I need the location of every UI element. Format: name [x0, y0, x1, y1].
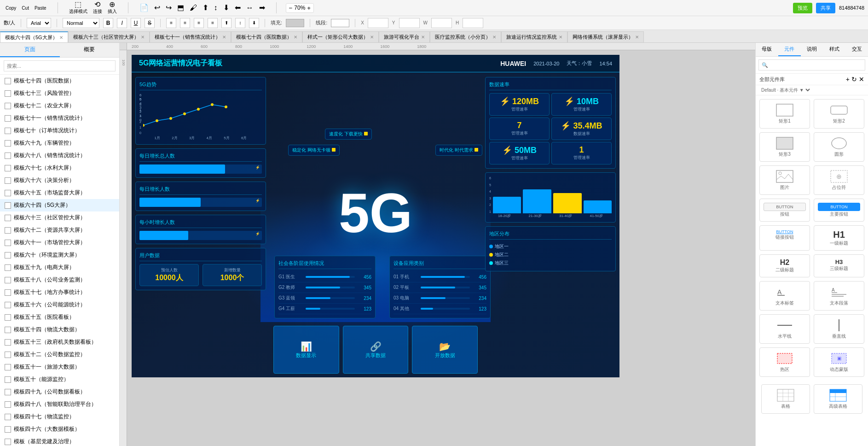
sidebar-checkbox-27[interactable] — [5, 414, 11, 420]
page-button[interactable]: 📄 — [138, 3, 150, 12]
bottom-btn-0[interactable]: 📊 数据显示 — [273, 326, 339, 374]
sidebar-checkbox-29[interactable] — [5, 439, 11, 445]
sidebar-checkbox-4[interactable] — [5, 128, 11, 134]
tab-close-5[interactable]: ✕ — [421, 35, 425, 40]
sidebar-item-29[interactable]: 模板（基层党建及治理） — [0, 435, 119, 446]
sidebar-item-14[interactable]: 模板六十（环境监测大屏） — [0, 249, 119, 261]
sidebar-item-17[interactable]: 模板五十七（地方办事统计） — [0, 286, 119, 299]
bottom-btn-2[interactable]: 📂 开放数据 — [412, 326, 478, 374]
text-align-left-button[interactable]: ≡ — [166, 18, 176, 28]
sidebar-item-28[interactable]: 模板四十六（大数据模板） — [0, 423, 119, 435]
format-button[interactable]: 🖌 — [188, 3, 199, 12]
sidebar-item-2[interactable]: 模板七十二（农业大屏） — [0, 100, 119, 112]
sidebar-item-21[interactable]: 模板五十三（政府机关数据看板） — [0, 336, 119, 348]
y-input[interactable] — [399, 18, 420, 28]
tab-4[interactable]: 样式一（矩形公司大数据） ✕ — [302, 31, 379, 42]
align-middle-button[interactable]: ↔ — [244, 3, 255, 12]
line-color-swatch[interactable] — [331, 19, 349, 27]
text-align-right-button[interactable]: ≡ — [194, 18, 204, 28]
sidebar-checkbox-16[interactable] — [5, 277, 11, 283]
comp-rect3[interactable]: 矩形3 — [759, 132, 810, 162]
text-valign-top-button[interactable]: ⬆ — [221, 18, 231, 28]
select-mode-button[interactable]: ⬚ 选择模式 — [67, 0, 89, 16]
tab-6[interactable]: 医疗监控系统（小分页） ✕ — [430, 31, 501, 42]
comp-h2[interactable]: H2 二级标题 — [759, 254, 810, 277]
comp-link-button[interactable]: BUTTON 链接按钮 — [759, 225, 810, 251]
tab-0[interactable]: 模板六十四（5G大屏） ✕ — [0, 31, 68, 42]
bottom-btn-1[interactable]: 🔗 共享数据 — [343, 326, 409, 374]
tab-close-2[interactable]: ✕ — [222, 35, 226, 40]
sidebar-item-11[interactable]: 模板六十三（社区管控大屏） — [0, 211, 119, 224]
zoom-out-button[interactable]: − — [289, 5, 293, 12]
rp-refresh-button[interactable]: ↻ — [851, 76, 857, 83]
sidebar-checkbox-14[interactable] — [5, 252, 11, 258]
rp-component-set-select[interactable]: Default · 基本元件 ▼ — [759, 87, 811, 93]
sidebar-checkbox-17[interactable] — [5, 289, 11, 296]
sidebar-item-12[interactable]: 模板六十二（资源共享大屏） — [0, 224, 119, 236]
sidebar-checkbox-10[interactable] — [5, 202, 11, 209]
sidebar-checkbox-13[interactable] — [5, 240, 11, 246]
comp-circle[interactable]: 圆形 — [814, 132, 864, 162]
preview-button[interactable]: 预览 — [793, 3, 812, 13]
copy-button[interactable]: Copy — [4, 5, 18, 12]
sidebar-checkbox-23[interactable] — [5, 364, 11, 370]
sidebar-item-18[interactable]: 模板五十六（公司能源统计） — [0, 299, 119, 311]
tab-close-3[interactable]: ✕ — [294, 35, 297, 40]
rp-close-button[interactable]: ✕ — [859, 76, 864, 83]
tab-close-1[interactable]: ✕ — [141, 35, 145, 40]
rp-tab-desc[interactable]: 说明 — [801, 43, 823, 56]
tab-close-7[interactable]: ✕ — [559, 35, 562, 40]
sidebar-checkbox-19[interactable] — [5, 314, 11, 321]
font-family-select[interactable]: Arial — [27, 18, 51, 28]
strikethrough-button[interactable]: S — [145, 18, 155, 28]
rp-search-input[interactable] — [758, 59, 865, 70]
sidebar-checkbox-15[interactable] — [5, 264, 11, 271]
sidebar-checkbox-21[interactable] — [5, 339, 11, 346]
text-valign-bottom-button[interactable]: ⬇ — [249, 18, 259, 28]
text-valign-middle-button[interactable]: ↕ — [235, 18, 245, 28]
sidebar-checkbox-0[interactable] — [5, 78, 11, 84]
sidebar-item-15[interactable]: 模板五十九（电商大屏） — [0, 261, 119, 274]
insert-button[interactable]: ⊕ 插入 — [106, 0, 119, 16]
sidebar-item-9[interactable]: 模板六十五（市场监督大屏） — [0, 187, 119, 199]
comp-advanced-table[interactable]: 高级表格 — [814, 384, 862, 414]
comp-image[interactable]: 图片 — [759, 165, 810, 195]
cut-button[interactable]: Cut — [20, 5, 31, 12]
comp-text-label[interactable]: A 文本标签 — [759, 281, 810, 311]
comp-placeholder[interactable]: ⊕ 占位符 — [814, 165, 864, 195]
sidebar-tab-page[interactable]: 页面 — [0, 43, 60, 57]
sidebar-item-22[interactable]: 模板五十二（公司数据监控） — [0, 348, 119, 361]
comp-hline[interactable]: 水平线 — [759, 314, 810, 344]
align-center-button[interactable]: ↕ — [212, 3, 220, 12]
comp-h3[interactable]: H3 三级标题 — [814, 254, 864, 277]
sidebar-item-25[interactable]: 模板四十九（公司数据看板） — [0, 386, 119, 398]
sidebar-item-3[interactable]: 模板七十一（销售情况统计） — [0, 112, 119, 124]
x-input[interactable] — [368, 18, 388, 28]
tab-close-6[interactable]: ✕ — [492, 35, 496, 40]
rp-tab-interaction[interactable]: 交互 — [845, 43, 868, 56]
sidebar-checkbox-7[interactable] — [5, 165, 11, 171]
sidebar-checkbox-9[interactable] — [5, 190, 11, 196]
sidebar-checkbox-3[interactable] — [5, 115, 11, 122]
h-input[interactable] — [463, 18, 483, 28]
tab-close-4[interactable]: ✕ — [370, 35, 374, 40]
sidebar-tab-overview[interactable]: 概要 — [60, 43, 120, 57]
tab-close-8[interactable]: ✕ — [635, 35, 639, 40]
combine-button[interactable]: ⬒ — [175, 3, 186, 12]
comp-text-para[interactable]: A 文本段落 — [814, 281, 864, 311]
sidebar-item-24[interactable]: 模板五十（能源监控） — [0, 373, 119, 386]
tab-3[interactable]: 模板七十四（医院数据） ✕ — [231, 31, 302, 42]
connect-button[interactable]: ⟲ 连接 — [91, 0, 104, 16]
sidebar-checkbox-18[interactable] — [5, 302, 11, 308]
comp-dynamic-mask[interactable]: ▣ 动态蒙版 — [814, 347, 864, 377]
rp-tab-components[interactable]: 元件 — [778, 43, 801, 56]
sidebar-item-7[interactable]: 模板六十七（水利大屏） — [0, 162, 119, 174]
text-align-justify-button[interactable]: ≡ — [208, 18, 218, 28]
paste-button[interactable]: Paste — [33, 5, 48, 12]
sidebar-item-0[interactable]: 模板七十四（医院数据） — [0, 75, 119, 87]
sidebar-checkbox-12[interactable] — [5, 227, 11, 234]
font-style-select[interactable]: Normal — [63, 18, 99, 28]
comp-primary-button[interactable]: BUTTON 主要按钮 — [814, 199, 864, 222]
underline-button[interactable]: U — [131, 18, 141, 28]
sidebar-item-26[interactable]: 模板四十八（智能联勤治理平台） — [0, 398, 119, 411]
